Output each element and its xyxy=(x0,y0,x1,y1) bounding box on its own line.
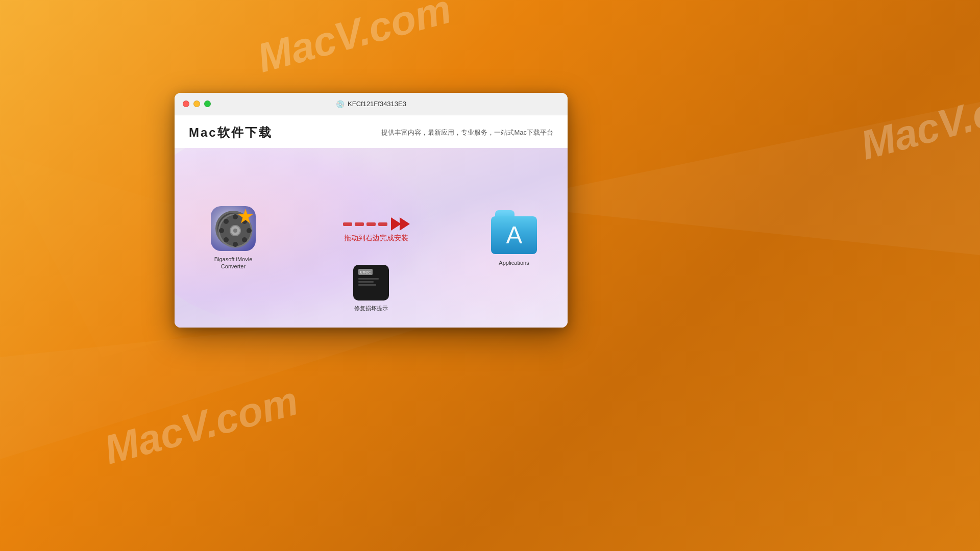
exec-label: 修复损坏提示 xyxy=(354,305,388,312)
drag-arrow-container: 拖动到右边完成安装 xyxy=(343,217,410,243)
arrow-area: 拖动到右边完成安装 xyxy=(261,217,491,258)
exec-lines xyxy=(358,278,384,286)
exec-wrapper[interactable]: exec 修复损坏提示 xyxy=(353,265,389,312)
app-icon-wrapper[interactable]: Bigasoft iMovie Converter xyxy=(205,206,261,270)
exec-line-2 xyxy=(358,281,374,283)
svg-point-11 xyxy=(224,219,229,224)
exec-line-3 xyxy=(358,284,376,286)
svg-point-6 xyxy=(247,228,252,233)
arrows-row xyxy=(343,217,410,231)
folder-tab xyxy=(495,210,514,217)
maximize-button[interactable] xyxy=(204,101,211,107)
svg-point-8 xyxy=(219,228,224,233)
svg-point-7 xyxy=(233,242,238,247)
dmg-content-area: Bigasoft iMovie Converter xyxy=(175,148,568,328)
applications-icon: A xyxy=(491,209,537,255)
svg-marker-1 xyxy=(0,306,490,459)
converter-icon xyxy=(211,206,256,251)
app-icon xyxy=(210,206,256,252)
minimize-button[interactable] xyxy=(193,101,200,107)
window-header: Mac软件下载 提供丰富内容，最新应用，专业服务，一站式Mac下载平台 xyxy=(175,115,568,148)
app-icon-label: Bigasoft iMovie Converter xyxy=(205,256,261,270)
star-burst xyxy=(237,208,254,224)
folder-body: A xyxy=(491,216,537,254)
svg-point-12 xyxy=(224,237,229,242)
drag-text: 拖动到右边完成安装 xyxy=(344,234,408,243)
traffic-lights xyxy=(183,101,211,107)
title-disk-icon: 💿 xyxy=(336,100,345,108)
close-button[interactable] xyxy=(183,101,189,107)
applications-folder-wrapper[interactable]: A Applications xyxy=(491,209,537,266)
site-title: Mac软件下载 xyxy=(189,124,273,141)
applications-label: Applications xyxy=(499,259,529,266)
site-subtitle: 提供丰富内容，最新应用，专业服务，一站式Mac下载平台 xyxy=(381,128,553,137)
exec-icon: exec xyxy=(353,265,389,300)
exec-tag: exec xyxy=(358,269,373,275)
svg-marker-15 xyxy=(238,209,253,223)
mac-window: 💿 KFCf121Ff34313E3 Mac软件下载 提供丰富内容，最新应用，专… xyxy=(175,93,568,328)
svg-point-9 xyxy=(242,237,247,242)
app-store-symbol: A xyxy=(500,221,528,249)
title-bar: 💿 KFCf121Ff34313E3 xyxy=(175,93,568,115)
svg-point-14 xyxy=(233,229,237,233)
exec-line-1 xyxy=(358,278,379,280)
svg-text:A: A xyxy=(506,221,522,248)
window-title: KFCf121Ff34313E3 xyxy=(348,100,406,108)
icons-area: Bigasoft iMovie Converter xyxy=(175,206,568,270)
window-title-area: 💿 KFCf121Ff34313E3 xyxy=(336,100,406,108)
